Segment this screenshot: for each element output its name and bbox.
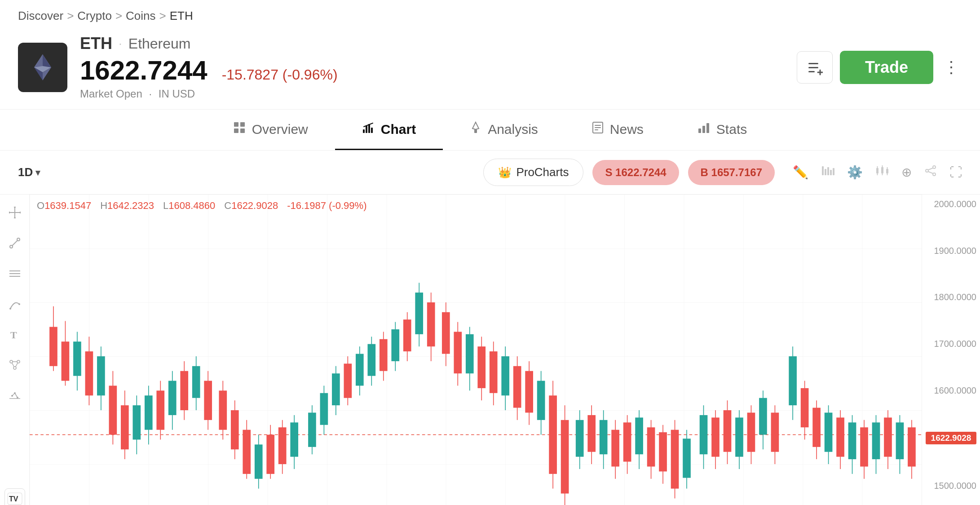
svg-rect-190 [735,417,743,456]
settings-tool[interactable]: ⚙️ [847,165,863,180]
svg-rect-90 [121,405,129,449]
svg-rect-26 [706,123,709,133]
svg-rect-28 [825,169,826,175]
tab-overview-label: Overview [252,122,308,137]
breadcrumb-discover[interactable]: Discover [18,9,63,23]
timeframe-selector[interactable]: 1D ▾ [18,165,40,179]
tab-news[interactable]: News [565,110,671,150]
fib-tool[interactable] [6,295,24,313]
svg-rect-10 [234,122,238,127]
procharts-label: ProCharts [516,165,569,179]
svg-rect-132 [380,339,388,371]
horizontal-lines-tool[interactable] [6,265,24,283]
coin-fullname: Ethereum [128,35,191,52]
svg-rect-88 [109,385,117,434]
tab-analysis[interactable]: Analysis [443,110,565,150]
svg-rect-84 [85,351,93,395]
draw-tool[interactable]: ✏️ [793,165,808,180]
svg-rect-122 [320,393,328,425]
tab-chart[interactable]: Chart [335,110,443,150]
crosshair-tool[interactable] [6,204,24,221]
text-tool[interactable]: T [6,326,24,344]
chart-toolbar: 1D ▾ 👑 ProCharts S 1622.7244 B 1657.7167… [0,151,980,195]
bar-style-tool[interactable] [875,164,889,180]
pattern-tool[interactable] [6,356,24,374]
svg-rect-27 [822,166,824,175]
svg-point-43 [933,173,936,176]
line-tool[interactable] [6,234,24,252]
tab-bar: Overview Chart Analysis News Stats [0,110,980,151]
svg-rect-170 [611,430,619,467]
svg-rect-7 [808,71,815,72]
price-label-1700: 1700.0000 [926,339,976,349]
tab-news-label: News [610,122,644,137]
timeframe-arrow: ▾ [35,167,40,178]
svg-rect-75 [30,195,922,505]
chart-ohlc: O1639.1547 H1642.2323 L1608.4860 C1622.9… [37,200,366,212]
share-tool[interactable] [924,164,937,180]
svg-rect-212 [872,422,880,459]
svg-rect-11 [240,122,245,127]
svg-marker-4 [43,54,51,67]
svg-rect-208 [848,422,856,459]
candlestick-chart [30,195,922,505]
tab-chart-label: Chart [381,122,416,137]
svg-rect-176 [647,427,655,466]
zoom-tool[interactable]: ⊕ [901,165,912,180]
svg-point-62 [17,360,20,363]
svg-point-41 [933,166,936,168]
more-button[interactable]: ⋮ [940,51,962,84]
svg-rect-38 [886,169,888,173]
svg-point-61 [10,360,13,363]
svg-line-45 [928,172,933,173]
svg-rect-154 [513,366,521,408]
svg-rect-32 [876,168,878,173]
watchlist-button[interactable] [797,51,833,84]
tradingview-badge[interactable]: TV [4,488,25,505]
svg-rect-130 [367,344,375,376]
coin-ticker: ETH [80,34,112,53]
svg-line-72 [15,393,18,398]
svg-rect-138 [415,292,423,334]
chart-container: T T [0,195,980,505]
overview-icon [233,121,246,137]
svg-rect-22 [595,127,601,128]
svg-rect-172 [623,422,631,461]
svg-rect-198 [789,356,797,405]
svg-rect-114 [266,435,274,474]
svg-rect-192 [747,412,755,452]
coin-change: -15.7827 (-0.96%) [222,66,338,83]
sell-price-badge[interactable]: S 1622.7244 [592,160,679,185]
svg-rect-14 [363,129,365,133]
tab-stats-label: Stats [716,122,747,137]
svg-rect-120 [308,412,316,447]
breadcrumb-coins[interactable]: Coins [126,9,155,23]
tab-overview[interactable]: Overview [206,110,335,150]
svg-rect-204 [825,412,833,452]
buy-price-badge[interactable]: B 1657.7167 [688,160,775,185]
breadcrumb-crypto[interactable]: Crypto [77,9,112,23]
header-actions: Trade ⋮ [797,51,962,84]
svg-rect-112 [255,444,263,478]
tab-stats[interactable]: Stats [671,110,774,150]
indicator-tool[interactable] [821,164,834,180]
procharts-button[interactable]: 👑 ProCharts [483,159,583,186]
svg-line-44 [928,168,933,170]
svg-rect-35 [881,167,883,173]
svg-rect-148 [477,346,486,388]
breadcrumb-eth: ETH [170,9,193,23]
svg-rect-108 [231,410,239,449]
indicator-tool-left[interactable] [6,387,24,405]
svg-rect-194 [759,398,767,435]
chart-main: O1639.1547 H1642.2323 L1608.4860 C1622.9… [30,195,922,505]
svg-rect-202 [812,408,821,447]
fullscreen-tool[interactable]: ⛶ [949,165,962,180]
svg-line-71 [12,393,15,396]
trade-button[interactable]: Trade [840,51,933,84]
svg-rect-96 [156,390,164,430]
chart-left-tools: T T [0,195,30,505]
svg-rect-16 [368,124,370,133]
svg-rect-196 [771,412,779,452]
chart-price-axis: 2000.0000 1900.0000 1800.0000 1700.0000 … [922,195,980,505]
svg-rect-174 [635,417,643,454]
